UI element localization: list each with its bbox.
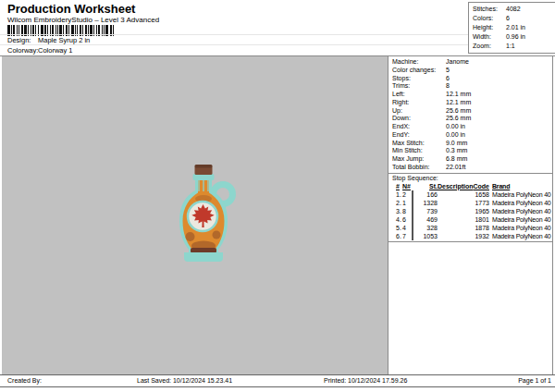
col-description: Description <box>438 182 471 190</box>
stop-sequence-row: 4. 6 469 1801 Madeira PolyNeon 40 <box>388 215 552 224</box>
col-needle: N# <box>402 182 411 190</box>
page-title: Production Worksheet <box>7 2 135 16</box>
stop-sequence-row: 6. 7 1053 1932 Madeira PolyNeon 40 <box>388 232 552 240</box>
thread-color-swatch <box>412 190 413 199</box>
design-preview-maple-syrup-bottle <box>168 164 240 267</box>
footer-created-by: Created By: <box>7 376 42 386</box>
machine-row: Up:25.6 mm <box>392 107 552 116</box>
machine-row: Min Stitch:0.3 mm <box>392 147 552 155</box>
col-seq: # <box>396 182 402 190</box>
design-name-row: Design: Maple Syrup 2 in <box>7 36 90 44</box>
machine-parameters: Machine:Janome Color changes:5 Stops:6 T… <box>388 56 552 172</box>
stop-sequence-row: 3. 8 739 1965 Madeira PolyNeon 40 <box>388 207 552 215</box>
bottle-collar <box>193 174 215 180</box>
machine-info-panel: Machine:Janome Color changes:5 Stops:6 T… <box>388 56 553 374</box>
bottle-cap-shadow <box>195 165 213 168</box>
stitch-summary-box: Stitches:4082 Colors:6 Height:2.01 in Wi… <box>468 2 555 54</box>
footer-page-number: Page 1 of 1 <box>518 376 551 386</box>
summary-row: Width:0.96 in <box>473 32 555 42</box>
machine-row: Left:12.1 mm <box>392 91 552 99</box>
stop-sequence-header: # N# St. Description Code Brand <box>388 182 552 190</box>
colorway-label: Colorway: <box>7 46 38 55</box>
stop-sequence-row: 5. 4 328 1878 Madeira PolyNeon 40 <box>388 224 552 232</box>
summary-row: Stitches:4082 <box>473 5 555 14</box>
colorway-value: Colorway 1 <box>38 46 73 55</box>
thread-color-swatch <box>412 199 413 207</box>
divider <box>0 34 468 35</box>
footer-divider-top <box>0 374 555 375</box>
machine-row: EndX:0.00 in <box>392 123 552 131</box>
design-canvas <box>2 56 388 374</box>
stop-sequence-row: 1. 2 166 1658 Madeira PolyNeon 40 <box>388 190 552 199</box>
machine-row: Stops:6 <box>392 75 552 83</box>
colorway-row: Colorway: Colorway 1 <box>7 46 73 55</box>
bottle-base-top <box>184 252 223 256</box>
col-brand: Brand <box>489 182 550 190</box>
machine-row: Max Jump:6.8 mm <box>392 155 552 164</box>
machine-row: Color changes:5 <box>392 67 552 75</box>
design-label: Design: <box>7 36 38 44</box>
thread-color-swatch <box>412 232 413 240</box>
summary-row: Colors:6 <box>473 14 555 23</box>
col-stitches: St. <box>421 182 438 190</box>
machine-row: Total Bobbin:22.01ft <box>392 164 552 172</box>
stop-sequence-title: Stop Sequence: <box>388 174 552 182</box>
summary-row: Height:2.01 in <box>473 23 555 32</box>
machine-row: Right:12.1 mm <box>392 99 552 107</box>
summary-row: Zoom:1:1 <box>473 42 555 51</box>
barcode-icon <box>7 23 120 34</box>
thread-color-swatch <box>412 207 413 215</box>
stop-sequence-row: 2. 1 1328 1773 Madeira PolyNeon 40 <box>388 199 552 207</box>
thread-color-swatch <box>412 224 413 232</box>
machine-row: Down:25.6 mm <box>392 115 552 123</box>
design-value: Maple Syrup 2 in <box>38 36 90 44</box>
machine-row: EndY:0.00 in <box>392 131 552 140</box>
col-code: Code <box>471 182 489 190</box>
stop-sequence-section: Stop Sequence: # N# St. Description Code… <box>388 173 552 242</box>
footer-last-saved: Last Saved: 10/12/2024 15.23.41 <box>137 376 232 386</box>
machine-row: Max Stitch:9.0 mm <box>392 140 552 148</box>
divider <box>0 44 468 45</box>
machine-row: Trims:8 <box>392 82 552 91</box>
footer-divider-bottom <box>0 386 555 387</box>
machine-row: Machine:Janome <box>392 58 552 67</box>
footer-printed: Printed: 10/12/2024 17.59.26 <box>324 376 407 386</box>
thread-color-swatch <box>412 215 413 224</box>
